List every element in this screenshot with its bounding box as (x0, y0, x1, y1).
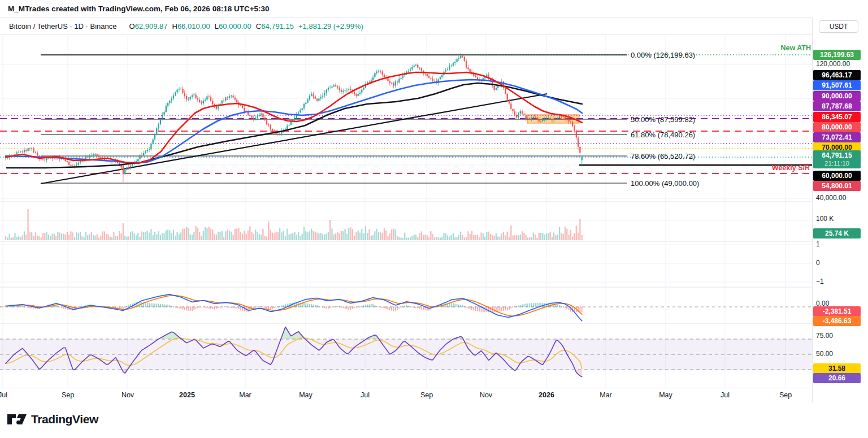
ohlc-value: 62,909.87 (135, 22, 168, 31)
currency-toggle-button[interactable]: USDT (819, 20, 858, 33)
time-tick-label: 2026 (539, 391, 554, 399)
price-badge: 73,072.41 (813, 132, 861, 142)
weekly-sr-label: Weekly S/R (772, 164, 810, 172)
symbol-title[interactable]: Bitcoin / TetherUS · 1D · Binance (9, 22, 117, 31)
tradingview-chart-export: M_MTrades created with TradingView.com, … (0, 0, 868, 438)
pane-separators (0, 202, 812, 323)
time-tick-label: Nov (121, 391, 134, 399)
price-badge: 20.66 (813, 373, 861, 383)
price-axis[interactable]: USDT 126,199.63120,000.0096,463.1791,507… (812, 0, 868, 438)
time-tick-label: May (659, 391, 672, 399)
time-tick-label: Sep (779, 391, 792, 399)
price-badge: 54,800.01 (813, 181, 861, 191)
change-value: +1,881.29 (+2.99%) (298, 22, 363, 31)
axis-label: 40,000.00 (816, 194, 846, 202)
axis-label: 50.00 (816, 350, 833, 358)
ohlc-key: C (256, 22, 261, 31)
ohlc-value: 60,000.00 (219, 22, 251, 31)
fib-level-label: 100.00% (49,000.00) (631, 179, 699, 188)
time-tick-label: Mar (600, 391, 612, 399)
time-tick-label: Sep (62, 391, 74, 399)
attribution-text: M_MTrades created with TradingView.com, … (8, 5, 270, 13)
ohlc-key: O (129, 22, 135, 31)
price-badge: 80,000.00 (813, 122, 861, 132)
macd-layer (0, 294, 812, 321)
price-badge: 87,787.68 (813, 101, 861, 111)
fib-level-label: 0.00% (126,199.63) (631, 51, 695, 59)
price-badge: 90,000.00 (813, 91, 861, 101)
price-badge: 25.74 K (813, 228, 861, 238)
tradingview-logo[interactable]: TradingView (7, 413, 98, 426)
ohlc-key: H (172, 22, 177, 31)
ohlc-value: 66,010.00 (177, 22, 210, 31)
axis-label: −1 (816, 277, 824, 285)
fib-level-label: 78.60% (65,520.72) (631, 152, 695, 161)
price-badge: 31.58 (813, 363, 861, 374)
axis-label: 75.00 (816, 332, 833, 340)
price-badge: -3,486.63 (813, 316, 861, 326)
ohlc-values: O62,909.87H66,010.00L60,000.00C64,791.15 (125, 22, 294, 31)
candles-layer (5, 53, 583, 183)
tradingview-logo-text: TradingView (31, 413, 98, 426)
price-badge: -2,381.51 (813, 306, 861, 316)
time-tick-label: Jul (361, 391, 370, 399)
price-badge: 91,507.61 (813, 80, 861, 90)
moving-averages-layer (6, 72, 582, 168)
rsi-layer (0, 327, 812, 376)
time-tick-label: 2025 (179, 391, 195, 399)
price-badge: 86,345.07 (813, 112, 861, 122)
price-badge: 64,791.1521:11:10 (813, 150, 861, 168)
symbol-info-bar: Bitcoin / TetherUS · 1D · Binance O62,90… (0, 18, 868, 34)
chart-canvas[interactable] (0, 34, 812, 402)
volume-layer (5, 209, 583, 240)
time-tick-label: Nov (480, 391, 492, 399)
price-badge: 96,463.17 (813, 70, 861, 80)
time-tick-label: Mar (239, 391, 251, 399)
price-axis-separator (812, 18, 813, 402)
time-tick-label: Jul (0, 391, 7, 399)
tradingview-logo-icon (7, 413, 27, 426)
countdown-timer: 21:11:10 (813, 159, 861, 167)
ohlc-key: L (215, 22, 219, 31)
fib-level-label: 50.00% (87,599.82) (631, 115, 695, 124)
time-tick-label: Jul (721, 391, 730, 399)
axis-label: 0 (816, 259, 820, 267)
trendline[interactable] (41, 94, 547, 184)
price-badge: 60,000.00 (813, 171, 861, 181)
time-tick-label: Sep (420, 391, 433, 399)
time-tick-label: May (299, 391, 313, 399)
ohlc-value: 64,791.15 (261, 22, 294, 31)
time-axis[interactable]: JulSepNov2025MarMayJulSepNov2026MarMayJu… (0, 388, 812, 403)
axis-label: 120,000.00 (816, 60, 850, 68)
price-badge: 126,199.63 (813, 50, 861, 60)
fib-level-label: 61.80% (78,490.26) (631, 131, 695, 139)
new-ath-label: New ATH (781, 44, 811, 52)
macd-line (6, 294, 582, 321)
axis-label: 1 (816, 240, 820, 248)
red-ma-line (6, 72, 582, 163)
axis-label: 100 K (816, 215, 834, 223)
